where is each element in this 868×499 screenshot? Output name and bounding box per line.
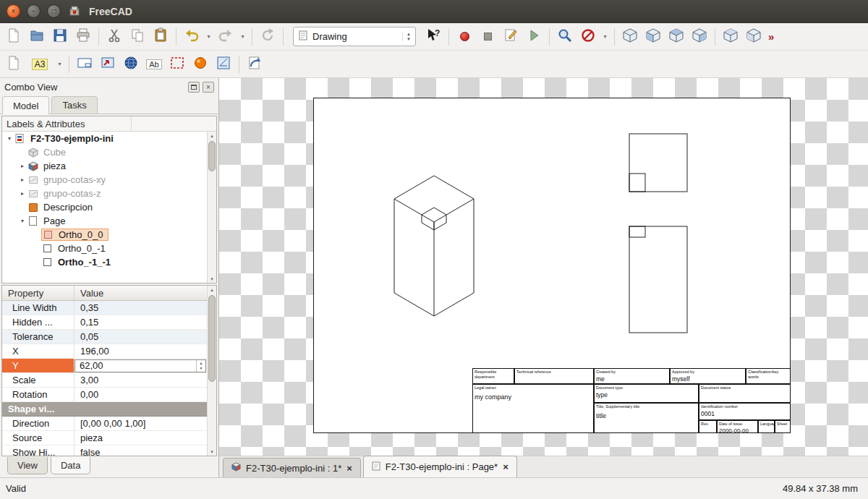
whats-this-button[interactable]: ? <box>422 26 444 48</box>
property-value[interactable]: 0,05 <box>75 330 207 344</box>
tree-item-descripcion[interactable]: Descripcion <box>2 200 207 214</box>
macro-stop-button[interactable] <box>477 26 498 48</box>
tab-data[interactable]: Data <box>51 457 90 474</box>
expander-closed-icon[interactable]: ▸ <box>18 191 27 197</box>
scroll-up-icon[interactable]: ▲ <box>208 286 216 294</box>
tab-close-icon[interactable]: × <box>503 461 509 472</box>
property-row[interactable]: Hidden ...0,15 <box>2 315 207 330</box>
expander-open-icon[interactable]: ▾ <box>5 136 14 142</box>
property-value[interactable]: pieza <box>75 431 207 445</box>
scroll-up-icon[interactable]: ▲ <box>208 132 216 140</box>
open-browser-button[interactable] <box>120 54 142 75</box>
symbol-button[interactable] <box>190 54 211 75</box>
property-row[interactable]: Scale3,00 <box>2 373 207 388</box>
property-row-selected[interactable]: Y 62,00▲▼ <box>2 359 207 373</box>
panel-float-button[interactable] <box>188 82 200 93</box>
redo-dropdown-button[interactable]: ▾ <box>238 26 247 48</box>
cut-button[interactable] <box>103 26 125 48</box>
undo-dropdown-button[interactable]: ▾ <box>204 26 213 48</box>
scroll-down-icon[interactable]: ▼ <box>208 275 216 283</box>
window-close-button[interactable]: × <box>7 4 20 18</box>
panel-close-button[interactable]: × <box>203 82 214 93</box>
property-value[interactable]: 0,35 <box>75 301 207 315</box>
tree-item-grupo-cotas-xy[interactable]: ▸ grupo-cotas-xy <box>2 173 207 187</box>
expander-closed-icon[interactable]: ▸ <box>18 177 27 183</box>
fit-all-button[interactable] <box>554 26 576 48</box>
view-right-button[interactable] <box>689 26 710 48</box>
property-row[interactable]: X196,00 <box>2 344 207 359</box>
property-row[interactable]: Sourcepieza <box>2 431 207 445</box>
scroll-down-icon[interactable]: ▼ <box>208 448 216 456</box>
insert-view-button[interactable] <box>97 54 119 75</box>
new-page-button[interactable] <box>3 54 25 75</box>
document-tab-page[interactable]: F2-T30-ejemplo-ini : Page* × <box>363 456 517 477</box>
property-scrollbar[interactable]: ▲ ▼ <box>207 286 216 456</box>
scrollbar-thumb[interactable] <box>208 295 216 382</box>
property-row[interactable]: Line Width0,35 <box>2 301 207 315</box>
property-row[interactable]: Show Hi...false <box>2 445 207 456</box>
window-minimize-button[interactable]: − <box>27 4 41 18</box>
tab-tasks[interactable]: Tasks <box>51 96 97 114</box>
tab-view[interactable]: View <box>7 457 48 474</box>
tree-item-grupo-cotas-z[interactable]: ▸ grupo-cotas-z <box>2 187 207 200</box>
draw-style-dropdown-button[interactable]: ▾ <box>600 26 610 48</box>
view-axonometric-button[interactable] <box>619 26 641 48</box>
tree-item-page[interactable]: ▾ Page <box>2 214 207 228</box>
property-row[interactable]: Direction[0,00 0,00 1,00] <box>2 417 207 431</box>
view-top-button[interactable] <box>665 26 687 48</box>
drawing-page[interactable]: Responsible department Technical referen… <box>313 98 791 433</box>
workbench-spinner-icon[interactable]: ▲▼ <box>402 32 411 41</box>
expander-closed-icon[interactable]: ▸ <box>18 163 27 169</box>
toolbar-overflow-button[interactable]: » <box>768 30 774 43</box>
page-template-dropdown-button[interactable]: ▾ <box>55 54 64 75</box>
macro-record-button[interactable] <box>454 26 475 48</box>
macro-execute-button[interactable] <box>523 26 545 48</box>
value-editor[interactable]: 62,00▲▼ <box>75 359 206 372</box>
property-value[interactable]: 0,15 <box>75 315 207 329</box>
property-value[interactable]: false <box>75 445 207 456</box>
tab-model[interactable]: Model <box>2 96 49 114</box>
property-value[interactable]: 0,00 <box>75 388 207 401</box>
export-page-button[interactable] <box>244 54 265 75</box>
window-maximize-button[interactable]: □ <box>47 4 61 18</box>
print-button[interactable] <box>72 26 94 48</box>
view-left-button[interactable] <box>743 26 765 48</box>
save-document-button[interactable] <box>49 26 71 48</box>
tree-item-cube[interactable]: Cube <box>2 145 207 159</box>
tree-column-header[interactable]: Labels & Attributes <box>2 116 216 132</box>
copy-button[interactable] <box>127 26 148 48</box>
tree-scrollbar[interactable]: ▲ ▼ <box>207 132 216 283</box>
paste-button[interactable] <box>150 26 171 48</box>
property-value[interactable]: [0,00 0,00 1,00] <box>75 417 207 430</box>
undo-button[interactable] <box>181 26 203 48</box>
redo-button[interactable] <box>215 26 237 48</box>
property-group-header[interactable]: Shape vi... <box>2 402 207 417</box>
refresh-button[interactable] <box>257 26 278 48</box>
annotation-button[interactable]: Ab <box>143 54 165 75</box>
tree-item-ortho-0-0[interactable]: Ortho_0_0 <box>2 228 207 242</box>
property-row[interactable]: Rotation0,00 <box>2 388 207 402</box>
workbench-selector[interactable]: Drawing ▲▼ <box>293 27 416 46</box>
property-value[interactable]: 196,00 <box>75 344 207 358</box>
tab-close-icon[interactable]: × <box>346 463 352 474</box>
property-row[interactable]: Tolerance0,05 <box>2 330 207 344</box>
tree-item-document[interactable]: ▾ F2-T30-ejemplo-ini <box>2 132 207 145</box>
open-document-button[interactable] <box>26 26 48 48</box>
draw-style-button[interactable] <box>577 26 599 48</box>
view-rear-button[interactable] <box>720 26 741 48</box>
spinner-icon[interactable]: ▲▼ <box>196 360 205 372</box>
draft-view-button[interactable] <box>213 54 234 75</box>
tree-item-ortho-0--1[interactable]: Ortho_0_-1 <box>2 242 207 255</box>
property-column-headers[interactable]: Property Value <box>2 286 207 301</box>
expander-open-icon[interactable]: ▾ <box>18 218 27 224</box>
document-tab-3d[interactable]: F2-T30-ejemplo-ini : 1* × <box>223 458 361 477</box>
scrollbar-thumb[interactable] <box>208 141 216 171</box>
new-a3-page-button[interactable]: A3 <box>26 54 54 75</box>
macro-edit-button[interactable] <box>500 26 522 48</box>
tree-item-ortho--1--1[interactable]: Ortho_-1_-1 <box>2 255 207 269</box>
clip-group-button[interactable] <box>166 54 188 75</box>
drawing-viewport[interactable]: Responsible department Technical referen… <box>219 78 868 477</box>
tree-item-pieza[interactable]: ▸ pieza <box>2 159 207 173</box>
landscape-page-button[interactable] <box>74 54 95 75</box>
property-value[interactable]: 3,00 <box>75 373 207 387</box>
